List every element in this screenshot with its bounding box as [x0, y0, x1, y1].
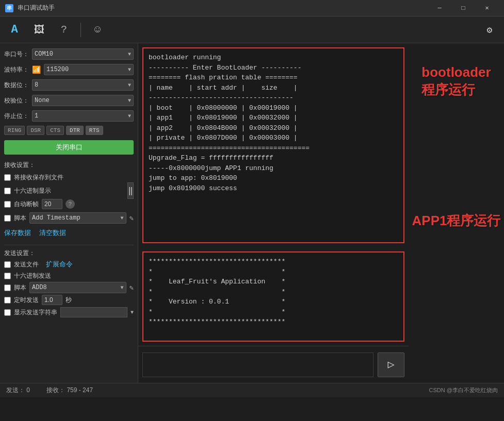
send-script-row: 脚本 ADD8 ▼ ✎ — [4, 281, 134, 294]
recv-section-title: 接收设置： — [4, 161, 134, 170]
save-file-checkbox[interactable] — [4, 174, 11, 181]
script-row: 脚本 Add Timestamp ▼ ✎ — [4, 212, 134, 224]
help-icon[interactable]: ? — [56, 22, 72, 38]
hex-send-row: 十六进制发送 — [4, 270, 134, 281]
script-edit-icon[interactable]: ✎ — [129, 214, 134, 223]
auto-frame-row: 自动断帧 ? — [4, 198, 134, 210]
close-port-button[interactable]: 关闭串口 — [4, 140, 134, 155]
timed-send-label: 定时发送 — [14, 296, 39, 305]
close-button[interactable]: ✕ — [475, 0, 499, 16]
baud-select[interactable]: 115200 ▼ — [44, 64, 134, 75]
app-title: 串口调试助手 — [18, 4, 55, 12]
terminal-line: | boot | 0x08000000 | 0x00019000 | — [149, 103, 398, 113]
send-script-edit-icon[interactable]: ✎ — [129, 283, 134, 292]
terminal-line: ---------- Enter BootLoader ---------- — [149, 63, 398, 73]
recv-count-label: 接收： 759 - 247 — [46, 386, 93, 395]
expand-cmd-link[interactable]: 扩展命令 — [46, 260, 73, 269]
script-label: 脚本 — [14, 214, 26, 223]
gear-icon[interactable]: ⚙ — [481, 22, 498, 38]
minimize-button[interactable]: — — [428, 0, 451, 16]
title-bar: 串 串口调试助手 — □ ✕ — [0, 0, 504, 16]
databits-arrow: ▼ — [128, 82, 131, 88]
send-count-label: 发送： 0 — [6, 386, 30, 395]
app1-terminal: *********************************** ** L… — [142, 251, 404, 342]
stopbits-label: 停止位： — [4, 112, 29, 121]
send-button[interactable]: ▷ — [378, 352, 404, 377]
font-icon[interactable]: A — [6, 22, 23, 38]
script-checkbox[interactable] — [4, 215, 11, 222]
cts-btn[interactable]: CTS — [46, 126, 64, 135]
terminal-line: * * — [149, 267, 398, 277]
timed-unit: 秒 — [66, 296, 72, 305]
toolbar-divider — [80, 23, 81, 37]
port-label: 串口号： — [4, 50, 29, 59]
bottom-bar: 发送： 0 接收： 759 - 247 CSDN @李白不爱吃红烧肉 — [0, 383, 504, 397]
ring-btn[interactable]: RING — [4, 126, 25, 135]
databits-row: 数据位： 8 ▼ — [4, 78, 134, 92]
send-area: ▷ — [138, 346, 409, 383]
maximize-button[interactable]: □ — [451, 0, 475, 16]
image-icon[interactable]: 🖼 — [31, 22, 47, 38]
send-arrow-icon: ▷ — [387, 358, 394, 372]
parity-select[interactable]: None ▼ — [32, 95, 134, 106]
signal-icon: 📶 — [32, 65, 41, 74]
terminal-line: * Leaf_Fruit's Application * — [149, 277, 398, 287]
send-file-label: 发送文件 — [14, 260, 39, 269]
side-annotations: bootloader 程序运行 APP1程序运行 — [409, 43, 504, 383]
auto-frame-checkbox[interactable] — [4, 201, 11, 208]
send-input[interactable] — [142, 352, 373, 377]
databits-select[interactable]: 8 ▼ — [32, 79, 134, 91]
send-script-checkbox[interactable] — [4, 284, 11, 291]
stopbits-arrow: ▼ — [128, 113, 131, 119]
send-script-label: 脚本 — [14, 283, 26, 292]
save-data-link[interactable]: 保存数据 — [4, 228, 31, 238]
terminal-line: * Version : 0.0.1 * — [149, 297, 398, 307]
timed-send-checkbox[interactable] — [4, 297, 11, 304]
terminal-line: * * — [149, 307, 398, 317]
parity-arrow: ▼ — [128, 98, 131, 104]
window-controls: — □ ✕ — [428, 0, 499, 16]
action-row: 保存数据 清空数据 — [4, 228, 134, 238]
dsr-btn[interactable]: DSR — [27, 126, 44, 135]
send-section: 发送设置： 发送文件 扩展命令 十六进制发送 脚本 ADD8 ▼ ✎ — [4, 245, 134, 318]
show-send-value — [60, 307, 127, 317]
terminal-line: ------------------------------------ — [149, 93, 398, 103]
emoji-icon[interactable]: ☺ — [89, 22, 106, 38]
pause-icon[interactable]: ‖ — [127, 182, 134, 199]
show-send-checkbox[interactable] — [4, 309, 11, 316]
timed-send-input[interactable] — [42, 295, 62, 305]
baud-row: 波特率： 📶 115200 ▼ — [4, 63, 134, 76]
rts-btn[interactable]: RTS — [86, 126, 103, 135]
clear-data-link[interactable]: 清空数据 — [39, 228, 66, 238]
watermark: CSDN @李白不爱吃红烧肉 — [429, 386, 498, 394]
timed-send-row: 定时发送 秒 — [4, 294, 134, 306]
terminal-line: ======================================== — [149, 143, 398, 154]
terminal-column: bootloader running---------- Enter BootL… — [138, 43, 409, 383]
baud-arrow: ▼ — [128, 67, 131, 73]
hex-display-label: 十六进制显示 — [14, 187, 51, 195]
port-arrow: ▼ — [128, 52, 131, 57]
bootloader-terminal: bootloader running---------- Enter BootL… — [142, 47, 404, 243]
terminal-line: ********************************** — [149, 257, 398, 267]
dtr-btn[interactable]: DTR — [66, 126, 84, 135]
auto-frame-label: 自动断帧 — [14, 200, 39, 209]
app1-annotation: APP1程序运行 — [412, 212, 501, 230]
auto-frame-input[interactable] — [42, 199, 62, 209]
port-select[interactable]: COM10 ▼ — [32, 48, 134, 60]
left-panel: 串口号： COM10 ▼ 波特率： 📶 115200 ▼ 数据位： 8 ▼ 校验 — [0, 43, 138, 383]
hex-send-checkbox[interactable] — [4, 273, 11, 279]
terminal-line: | app2 | 0x0804B000 | 0x00032000 | — [149, 123, 398, 133]
app-icon: 串 — [5, 4, 13, 12]
terminal-line: bootloader running — [149, 53, 398, 63]
main-content: 串口号： COM10 ▼ 波特率： 📶 115200 ▼ 数据位： 8 ▼ 校验 — [0, 43, 504, 383]
script-select[interactable]: Add Timestamp ▼ — [29, 212, 126, 224]
help-button[interactable]: ? — [66, 199, 75, 209]
stopbits-row: 停止位： 1 ▼ — [4, 109, 134, 123]
hex-display-checkbox[interactable] — [4, 188, 11, 194]
send-file-checkbox[interactable] — [4, 261, 11, 268]
baud-label: 波特率： — [4, 65, 29, 74]
save-file-row: 将接收保存到文件 — [4, 172, 134, 183]
send-script-select[interactable]: ADD8 ▼ — [29, 282, 126, 293]
terminal-line: jump to app: 0x8019000 — [149, 173, 398, 183]
stopbits-select[interactable]: 1 ▼ — [32, 110, 134, 122]
